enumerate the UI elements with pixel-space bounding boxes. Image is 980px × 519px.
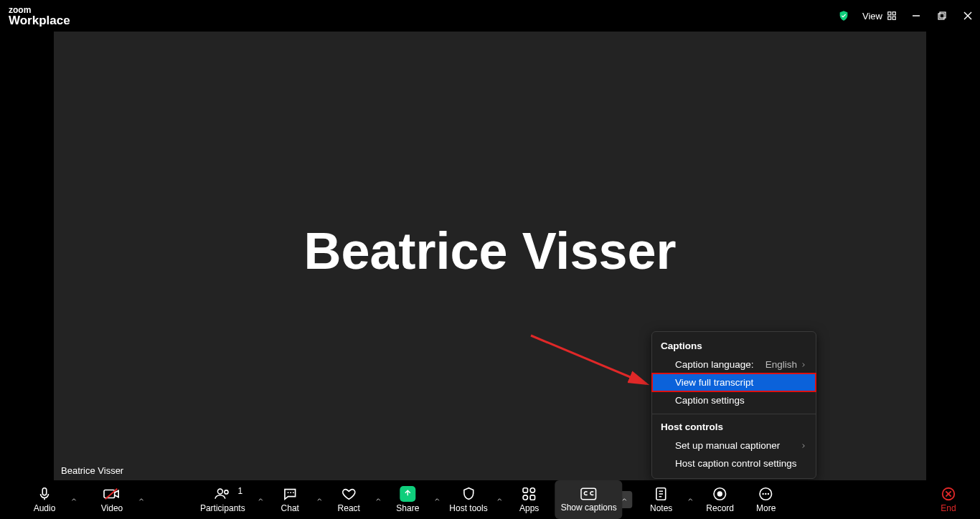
- share-caret[interactable]: [430, 480, 443, 519]
- microphone-icon: [37, 486, 52, 502]
- notes-icon: [654, 486, 669, 502]
- svg-point-17: [293, 492, 294, 493]
- svg-rect-3: [892, 16, 895, 19]
- menu-separator: [652, 414, 816, 414]
- notes-button[interactable]: Notes: [639, 480, 684, 519]
- chat-button[interactable]: Chat: [267, 480, 313, 519]
- svg-rect-22: [581, 488, 596, 499]
- captions-menu: Captions Caption language: English View …: [651, 331, 816, 479]
- svg-point-32: [768, 493, 769, 495]
- record-label: Record: [706, 503, 734, 513]
- svg-point-31: [765, 493, 767, 495]
- svg-rect-11: [104, 490, 115, 498]
- svg-rect-19: [530, 495, 534, 500]
- grid-icon: [887, 11, 897, 21]
- notes-label: Notes: [650, 503, 672, 513]
- chat-caret[interactable]: [313, 480, 326, 519]
- video-button[interactable]: Video: [89, 480, 135, 519]
- svg-rect-5: [938, 14, 944, 19]
- chevron-right-icon: [800, 442, 807, 449]
- svg-point-21: [523, 495, 527, 500]
- share-screen-icon: [400, 486, 415, 502]
- end-label: End: [941, 503, 956, 513]
- participants-button[interactable]: 1 Participants: [191, 480, 254, 519]
- participants-label: Participants: [200, 503, 245, 513]
- react-caret[interactable]: [372, 480, 385, 519]
- captions-section-title: Captions: [652, 338, 816, 356]
- host-tools-button[interactable]: Host tools: [443, 480, 493, 519]
- titlebar: zoom Workplace View: [0, 0, 980, 32]
- participant-display-name: Beatrice Visser: [303, 222, 676, 280]
- end-call-icon: [941, 486, 956, 502]
- svg-point-28: [717, 491, 722, 496]
- participant-nametag: Beatrice Visser: [57, 464, 128, 477]
- logo-zoom-text: zoom: [9, 6, 70, 14]
- more-label: More: [756, 503, 776, 513]
- show-captions-button[interactable]: Show captions: [555, 480, 623, 519]
- svg-point-30: [763, 493, 764, 495]
- svg-rect-2: [888, 16, 891, 19]
- chat-icon: [282, 486, 298, 502]
- setup-manual-captioner-label: Set up manual captioner: [675, 440, 780, 451]
- svg-point-15: [288, 492, 289, 493]
- audio-button[interactable]: Audio: [22, 480, 67, 519]
- svg-point-16: [290, 492, 291, 493]
- svg-rect-18: [523, 488, 527, 492]
- close-button[interactable]: [961, 9, 974, 22]
- show-captions-label: Show captions: [561, 503, 617, 513]
- chevron-right-icon: [800, 361, 807, 368]
- logo-workplace-text: Workplace: [9, 14, 70, 27]
- host-tools-label: Host tools: [449, 503, 487, 513]
- record-button[interactable]: Record: [697, 480, 743, 519]
- setup-manual-captioner-item[interactable]: Set up manual captioner: [652, 437, 816, 454]
- meeting-toolbar: Audio Video 1 Participants Chat React: [0, 480, 980, 519]
- minimize-button[interactable]: [910, 9, 923, 22]
- notes-caret[interactable]: [684, 480, 697, 519]
- caption-settings-item[interactable]: Caption settings: [652, 391, 816, 409]
- apps-label: Apps: [519, 503, 539, 513]
- svg-point-14: [225, 490, 228, 494]
- audio-label: Audio: [34, 503, 56, 513]
- react-button[interactable]: React: [326, 480, 372, 519]
- view-full-transcript-label: View full transcript: [675, 377, 753, 388]
- svg-rect-10: [42, 488, 47, 495]
- react-label: React: [338, 503, 360, 513]
- share-button[interactable]: Share: [385, 480, 430, 519]
- video-off-icon: [103, 486, 121, 502]
- svg-point-20: [530, 488, 534, 492]
- participants-icon: [214, 486, 231, 502]
- closed-captions-icon: [580, 487, 598, 501]
- host-tools-caret[interactable]: [494, 480, 507, 519]
- host-controls-section-title: Host controls: [652, 419, 816, 437]
- encryption-shield-icon[interactable]: [838, 10, 849, 22]
- svg-point-13: [217, 489, 222, 494]
- participants-caret[interactable]: [254, 480, 267, 519]
- app-logo: zoom Workplace: [9, 6, 70, 27]
- view-full-transcript-item[interactable]: View full transcript: [652, 373, 816, 391]
- svg-rect-0: [888, 12, 891, 15]
- svg-rect-1: [892, 12, 895, 15]
- apps-button[interactable]: Apps: [507, 480, 552, 519]
- caption-language-item[interactable]: Caption language: English: [652, 356, 816, 373]
- host-caption-control-item[interactable]: Host caption control settings: [652, 454, 816, 472]
- caption-settings-label: Caption settings: [675, 395, 745, 406]
- view-label: View: [862, 11, 882, 22]
- caption-language-value: English: [765, 359, 797, 370]
- end-button[interactable]: End: [925, 480, 971, 519]
- participants-count: 1: [238, 486, 243, 496]
- view-button[interactable]: View: [862, 11, 897, 22]
- host-caption-control-label: Host caption control settings: [675, 458, 797, 469]
- chat-label: Chat: [281, 503, 299, 513]
- more-icon: [758, 486, 774, 502]
- video-caret[interactable]: [135, 480, 148, 519]
- caption-language-label: Caption language:: [675, 359, 754, 370]
- video-label: Video: [101, 503, 123, 513]
- svg-rect-6: [940, 12, 946, 18]
- audio-caret[interactable]: [67, 480, 80, 519]
- more-button[interactable]: More: [743, 480, 789, 519]
- maximize-button[interactable]: [936, 9, 948, 22]
- heart-icon: [341, 486, 357, 502]
- apps-icon: [522, 486, 537, 502]
- share-label: Share: [396, 503, 419, 513]
- shield-icon: [461, 486, 476, 502]
